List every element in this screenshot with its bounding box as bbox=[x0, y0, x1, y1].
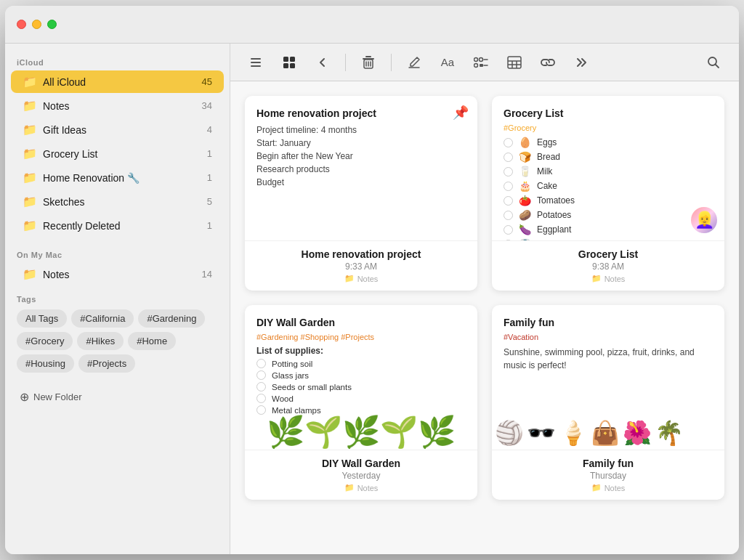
traffic-lights bbox=[17, 20, 57, 29]
item-label: Eggs bbox=[537, 137, 557, 147]
table-button[interactable] bbox=[504, 52, 525, 73]
list-view-button[interactable] bbox=[245, 52, 267, 73]
minimize-button[interactable] bbox=[32, 20, 41, 29]
new-folder-button[interactable]: ⊕ New Folder bbox=[5, 384, 230, 410]
svg-rect-19 bbox=[508, 57, 521, 68]
sidebar-item-label: Grocery List bbox=[43, 148, 201, 160]
grocery-item: 🍆 Eggplant bbox=[504, 224, 713, 235]
svg-rect-3 bbox=[283, 57, 288, 62]
sidebar-item-notes[interactable]: 📁 Notes 34 bbox=[11, 94, 224, 117]
svg-rect-1 bbox=[251, 62, 261, 63]
note-preview: Home renovation project Project timeline… bbox=[245, 96, 477, 241]
tag-hikes[interactable]: #Hikes bbox=[77, 332, 124, 350]
sidebar-item-sketches[interactable]: 📁 Sketches 5 bbox=[11, 190, 224, 213]
emoji: 🏐 bbox=[495, 419, 524, 447]
svg-rect-8 bbox=[365, 56, 371, 57]
back-button[interactable] bbox=[312, 52, 333, 73]
emoji: 🍦 bbox=[559, 419, 588, 447]
tag-housing[interactable]: #Housing bbox=[17, 354, 74, 373]
sidebar-item-recently-deleted[interactable]: 📁 Recently Deleted 1 bbox=[11, 214, 224, 237]
item-emoji: 🥚 bbox=[519, 137, 531, 148]
item-emoji: 🥛 bbox=[519, 166, 531, 177]
emoji: 🕶️ bbox=[527, 419, 556, 447]
list-icon bbox=[249, 56, 262, 69]
folder-icon: 📁 bbox=[23, 195, 37, 208]
sidebar-item-grocery-list[interactable]: 📁 Grocery List 1 bbox=[11, 142, 224, 165]
note-card-family-fun[interactable]: Family fun #Vacation Sunshine, swimming … bbox=[492, 305, 724, 500]
item-label: Tomatoes bbox=[537, 195, 575, 206]
item-label: Bread bbox=[537, 152, 560, 162]
svg-rect-16 bbox=[480, 64, 483, 67]
supplies-label: List of supplies: bbox=[256, 346, 466, 356]
note-card-home-renovation[interactable]: Home renovation project Project timeline… bbox=[245, 96, 477, 291]
note-footer-time: Thursday bbox=[502, 471, 714, 481]
grocery-item: 🥔 Potatoes bbox=[504, 209, 713, 221]
diy-item: Potting soil bbox=[256, 359, 466, 368]
item-emoji: 🍅 bbox=[519, 195, 531, 206]
plus-icon: ⊕ bbox=[20, 390, 29, 404]
sidebar-item-all-icloud[interactable]: 📁 All iCloud 45 bbox=[11, 70, 224, 93]
note-folder-label: Notes bbox=[604, 484, 626, 492]
sidebar-item-label: All iCloud bbox=[43, 76, 196, 88]
more-button[interactable] bbox=[570, 52, 592, 73]
delete-button[interactable] bbox=[357, 52, 379, 73]
table-icon bbox=[507, 56, 522, 69]
note-footer: Grocery List 9:38 AM 📁 Notes bbox=[492, 241, 724, 291]
note-preview: Grocery List #Grocery 🥚 Eggs 🍞 bbox=[492, 96, 724, 241]
sidebar-item-label: Gift Ideas bbox=[43, 124, 201, 136]
sidebar-item-label: Notes bbox=[43, 269, 196, 280]
checkbox bbox=[504, 138, 513, 147]
note-folder-label: Notes bbox=[604, 275, 626, 283]
grocery-items: 🥚 Eggs 🍞 Bread 🥛 Milk bbox=[504, 137, 713, 241]
grid-view-button[interactable] bbox=[278, 52, 300, 73]
note-footer-title: Grocery List bbox=[502, 248, 714, 260]
format-button[interactable]: Aa bbox=[437, 52, 458, 73]
tag-gardening[interactable]: #Gardening bbox=[138, 309, 205, 328]
search-icon bbox=[707, 56, 720, 69]
close-button[interactable] bbox=[17, 20, 26, 29]
tag-grocery[interactable]: #Grocery bbox=[17, 332, 73, 350]
sidebar-item-count: 34 bbox=[202, 100, 212, 111]
folder-small-icon: 📁 bbox=[591, 274, 602, 283]
link-icon bbox=[540, 57, 556, 68]
svg-rect-6 bbox=[290, 63, 295, 68]
tag-home[interactable]: #Home bbox=[128, 332, 176, 350]
sidebar-item-mac-notes[interactable]: 📁 Notes 14 bbox=[11, 263, 224, 285]
diy-item: Seeds or small plants bbox=[256, 382, 466, 391]
folder-icon: 📁 bbox=[23, 123, 37, 137]
folder-icon: 📁 bbox=[23, 171, 37, 184]
checkbox bbox=[504, 167, 513, 176]
grocery-item: 🍅 Tomatoes bbox=[504, 195, 713, 206]
note-footer-folder: 📁 Notes bbox=[502, 483, 714, 492]
note-card-diy-wall-garden[interactable]: DIY Wall Garden #Gardening #Shopping #Pr… bbox=[245, 305, 477, 500]
tag-projects[interactable]: #Projects bbox=[78, 354, 135, 373]
note-preview-text: Project timeline: 4 months Start: Januar… bbox=[256, 123, 466, 189]
fullscreen-button[interactable] bbox=[47, 20, 57, 29]
item-label: Potting soil bbox=[272, 360, 312, 368]
folder-icon: 📁 bbox=[23, 267, 37, 281]
item-label: Seeds or small plants bbox=[272, 383, 352, 391]
sidebar-item-gift-ideas[interactable]: 📁 Gift Ideas 4 bbox=[11, 118, 224, 141]
avatar: 👱‍♀️ bbox=[691, 207, 717, 233]
search-button[interactable] bbox=[703, 52, 724, 73]
compose-button[interactable] bbox=[403, 52, 425, 73]
link-button[interactable] bbox=[537, 52, 559, 73]
checklist-button[interactable] bbox=[470, 52, 492, 73]
note-footer-time: 9:33 AM bbox=[255, 261, 467, 272]
svg-rect-4 bbox=[290, 57, 295, 62]
pin-icon: 📌 bbox=[453, 105, 469, 121]
checkbox bbox=[256, 382, 266, 391]
grocery-item: 🎂 Cake bbox=[504, 180, 713, 192]
folder-icon: 📁 bbox=[23, 99, 37, 113]
on-my-mac-section-label: On My Mac bbox=[5, 245, 230, 262]
folder-icon: 📁 bbox=[23, 147, 37, 161]
tag-california[interactable]: #California bbox=[71, 309, 134, 328]
note-card-grocery-list[interactable]: Grocery List #Grocery 🥚 Eggs 🍞 bbox=[492, 96, 724, 291]
main-content: iCloud 📁 All iCloud 45 📁 Notes 34 📁 Gift… bbox=[5, 44, 739, 554]
note-footer-folder: 📁 Notes bbox=[502, 274, 714, 283]
tag-all-tags[interactable]: All Tags bbox=[17, 309, 67, 328]
note-footer-title: Home renovation project bbox=[255, 248, 467, 260]
grocery-item: 🥚 Eggs bbox=[504, 137, 713, 148]
sidebar-item-home-renovation[interactable]: 📁 Home Renovation 🔧 1 bbox=[11, 166, 224, 189]
item-emoji: 🎂 bbox=[519, 180, 531, 192]
